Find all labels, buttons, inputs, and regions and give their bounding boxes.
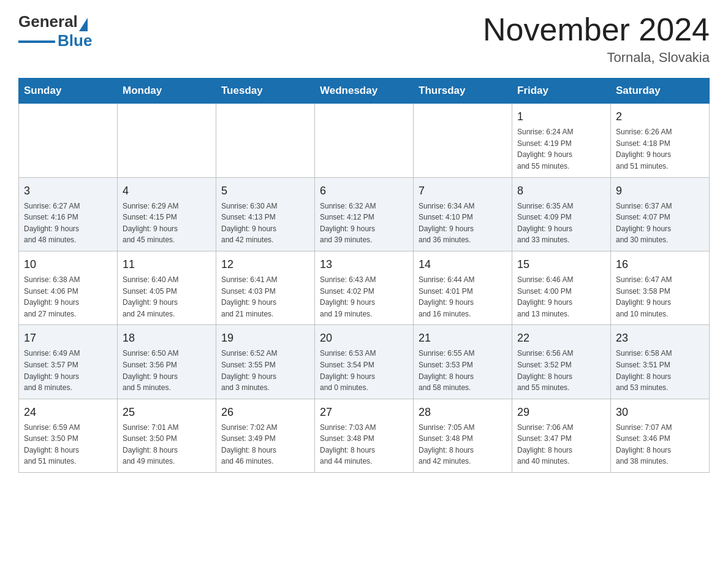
calendar-cell [19, 104, 118, 177]
day-header-wednesday: Wednesday [315, 79, 414, 104]
day-info: Sunrise: 6:49 AM Sunset: 3:57 PM Dayligh… [24, 348, 112, 393]
calendar-cell: 15Sunrise: 6:46 AM Sunset: 4:00 PM Dayli… [512, 251, 611, 324]
day-info: Sunrise: 6:59 AM Sunset: 3:50 PM Dayligh… [24, 422, 112, 467]
calendar-cell: 27Sunrise: 7:03 AM Sunset: 3:48 PM Dayli… [315, 399, 414, 472]
day-number: 7 [419, 183, 507, 199]
calendar-cell: 21Sunrise: 6:55 AM Sunset: 3:53 PM Dayli… [414, 325, 512, 399]
day-info: Sunrise: 6:47 AM Sunset: 3:58 PM Dayligh… [616, 274, 704, 320]
day-info: Sunrise: 6:44 AM Sunset: 4:01 PM Dayligh… [419, 274, 507, 320]
day-info: Sunrise: 6:56 AM Sunset: 3:52 PM Dayligh… [517, 348, 605, 393]
day-number: 5 [221, 183, 309, 199]
day-info: Sunrise: 6:26 AM Sunset: 4:18 PM Dayligh… [616, 126, 704, 172]
day-number: 29 [517, 404, 605, 421]
day-number: 21 [419, 330, 507, 347]
day-number: 20 [320, 330, 408, 347]
day-number: 14 [419, 256, 507, 273]
day-number: 18 [123, 330, 211, 347]
day-info: Sunrise: 6:38 AM Sunset: 4:06 PM Dayligh… [24, 274, 112, 320]
day-header-thursday: Thursday [414, 79, 512, 104]
day-number: 30 [616, 404, 704, 421]
week-row-3: 10Sunrise: 6:38 AM Sunset: 4:06 PM Dayli… [19, 251, 710, 324]
day-info: Sunrise: 7:07 AM Sunset: 3:46 PM Dayligh… [616, 422, 704, 467]
calendar-cell: 30Sunrise: 7:07 AM Sunset: 3:46 PM Dayli… [611, 399, 710, 472]
day-number: 28 [419, 404, 507, 421]
calendar-cell: 4Sunrise: 6:29 AM Sunset: 4:15 PM Daylig… [118, 177, 216, 251]
day-info: Sunrise: 6:58 AM Sunset: 3:51 PM Dayligh… [616, 348, 704, 393]
day-number: 16 [616, 256, 704, 273]
day-info: Sunrise: 6:40 AM Sunset: 4:05 PM Dayligh… [123, 274, 211, 320]
calendar-cell: 29Sunrise: 7:06 AM Sunset: 3:47 PM Dayli… [512, 399, 611, 472]
calendar-subtitle: Tornala, Slovakia [483, 50, 710, 66]
day-number: 10 [24, 256, 112, 273]
calendar-cell: 2Sunrise: 6:26 AM Sunset: 4:18 PM Daylig… [611, 104, 710, 177]
calendar-cell: 20Sunrise: 6:53 AM Sunset: 3:54 PM Dayli… [315, 325, 414, 399]
calendar-cell: 10Sunrise: 6:38 AM Sunset: 4:06 PM Dayli… [19, 251, 118, 324]
calendar-cell: 26Sunrise: 7:02 AM Sunset: 3:49 PM Dayli… [216, 399, 315, 472]
calendar-cell: 16Sunrise: 6:47 AM Sunset: 3:58 PM Dayli… [611, 251, 710, 324]
day-number: 19 [221, 330, 309, 347]
calendar-cell [118, 104, 216, 177]
day-info: Sunrise: 7:05 AM Sunset: 3:48 PM Dayligh… [419, 422, 507, 467]
day-info: Sunrise: 6:32 AM Sunset: 4:12 PM Dayligh… [320, 201, 408, 246]
week-row-4: 17Sunrise: 6:49 AM Sunset: 3:57 PM Dayli… [19, 325, 710, 399]
day-number: 3 [24, 183, 112, 199]
calendar-cell: 28Sunrise: 7:05 AM Sunset: 3:48 PM Dayli… [414, 399, 512, 472]
day-info: Sunrise: 7:02 AM Sunset: 3:49 PM Dayligh… [221, 422, 309, 467]
calendar-cell: 5Sunrise: 6:30 AM Sunset: 4:13 PM Daylig… [216, 177, 315, 251]
calendar-cell [216, 104, 315, 177]
day-number: 22 [517, 330, 605, 347]
day-number: 11 [123, 256, 211, 273]
calendar-cell: 8Sunrise: 6:35 AM Sunset: 4:09 PM Daylig… [512, 177, 611, 251]
day-header-tuesday: Tuesday [216, 79, 315, 104]
day-info: Sunrise: 6:52 AM Sunset: 3:55 PM Dayligh… [221, 348, 309, 393]
logo-line [18, 40, 55, 43]
day-number: 1 [517, 109, 605, 125]
calendar-cell: 12Sunrise: 6:41 AM Sunset: 4:03 PM Dayli… [216, 251, 315, 324]
day-info: Sunrise: 6:41 AM Sunset: 4:03 PM Dayligh… [221, 274, 309, 320]
day-info: Sunrise: 6:53 AM Sunset: 3:54 PM Dayligh… [320, 348, 408, 393]
day-header-saturday: Saturday [611, 79, 710, 104]
day-info: Sunrise: 7:06 AM Sunset: 3:47 PM Dayligh… [517, 422, 605, 467]
day-info: Sunrise: 6:46 AM Sunset: 4:00 PM Dayligh… [517, 274, 605, 320]
day-number: 25 [123, 404, 211, 421]
day-number: 23 [616, 330, 704, 347]
calendar-cell [315, 104, 414, 177]
calendar-cell: 25Sunrise: 7:01 AM Sunset: 3:50 PM Dayli… [118, 399, 216, 472]
calendar-cell: 3Sunrise: 6:27 AM Sunset: 4:16 PM Daylig… [19, 177, 118, 251]
day-info: Sunrise: 6:37 AM Sunset: 4:07 PM Dayligh… [616, 201, 704, 246]
day-info: Sunrise: 6:30 AM Sunset: 4:13 PM Dayligh… [221, 201, 309, 246]
day-number: 6 [320, 183, 408, 199]
day-header-sunday: Sunday [19, 79, 118, 104]
day-info: Sunrise: 6:29 AM Sunset: 4:15 PM Dayligh… [123, 201, 211, 246]
day-info: Sunrise: 6:34 AM Sunset: 4:10 PM Dayligh… [419, 201, 507, 246]
day-number: 9 [616, 183, 704, 199]
day-number: 2 [616, 109, 704, 125]
day-number: 17 [24, 330, 112, 347]
logo-general-text: General [18, 12, 78, 31]
day-number: 15 [517, 256, 605, 273]
day-info: Sunrise: 6:50 AM Sunset: 3:56 PM Dayligh… [123, 348, 211, 393]
logo-blue-text: Blue [58, 31, 92, 50]
day-number: 13 [320, 256, 408, 273]
calendar-cell [414, 104, 512, 177]
calendar-cell: 23Sunrise: 6:58 AM Sunset: 3:51 PM Dayli… [611, 325, 710, 399]
day-number: 4 [123, 183, 211, 199]
calendar-cell: 18Sunrise: 6:50 AM Sunset: 3:56 PM Dayli… [118, 325, 216, 399]
calendar-cell: 11Sunrise: 6:40 AM Sunset: 4:05 PM Dayli… [118, 251, 216, 324]
calendar-cell: 13Sunrise: 6:43 AM Sunset: 4:02 PM Dayli… [315, 251, 414, 324]
calendar-cell: 14Sunrise: 6:44 AM Sunset: 4:01 PM Dayli… [414, 251, 512, 324]
day-header-row: SundayMondayTuesdayWednesdayThursdayFrid… [19, 79, 710, 104]
calendar-cell: 6Sunrise: 6:32 AM Sunset: 4:12 PM Daylig… [315, 177, 414, 251]
title-area: November 2024 Tornala, Slovakia [483, 12, 710, 66]
day-number: 26 [221, 404, 309, 421]
calendar-cell: 24Sunrise: 6:59 AM Sunset: 3:50 PM Dayli… [19, 399, 118, 472]
logo-triangle-icon [79, 18, 88, 31]
calendar-cell: 9Sunrise: 6:37 AM Sunset: 4:07 PM Daylig… [611, 177, 710, 251]
calendar-table: SundayMondayTuesdayWednesdayThursdayFrid… [18, 78, 710, 473]
day-header-friday: Friday [512, 79, 611, 104]
day-number: 27 [320, 404, 408, 421]
calendar-cell: 7Sunrise: 6:34 AM Sunset: 4:10 PM Daylig… [414, 177, 512, 251]
day-info: Sunrise: 6:35 AM Sunset: 4:09 PM Dayligh… [517, 201, 605, 246]
day-info: Sunrise: 6:55 AM Sunset: 3:53 PM Dayligh… [419, 348, 507, 393]
calendar-cell: 19Sunrise: 6:52 AM Sunset: 3:55 PM Dayli… [216, 325, 315, 399]
